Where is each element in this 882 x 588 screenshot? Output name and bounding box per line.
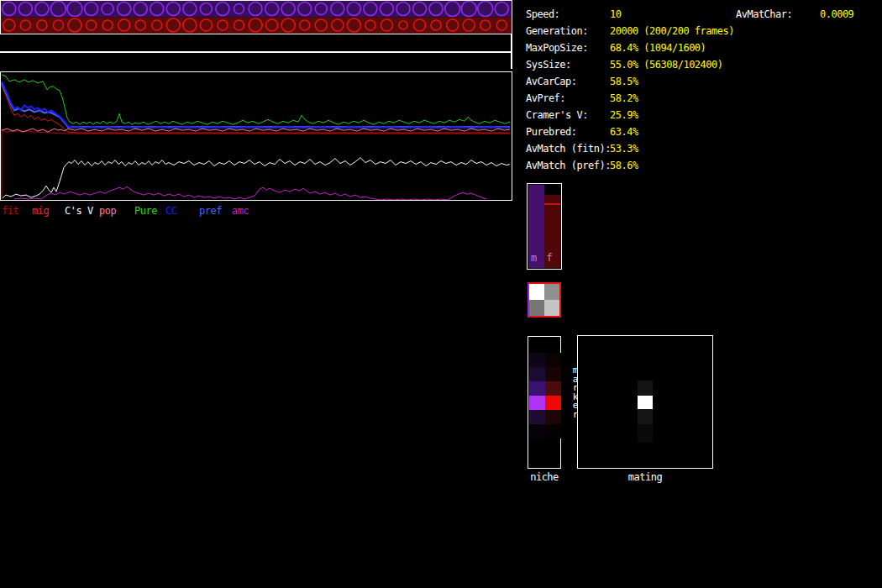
sex-ratio-bar: m f <box>527 183 562 270</box>
population-world-strip <box>0 0 512 34</box>
stat-value: 55.0% (56308/102400) <box>610 59 723 71</box>
niche-caption: niche <box>528 471 561 483</box>
mating-cell <box>638 381 653 396</box>
stat-label: AvMatch (pref): <box>526 160 611 171</box>
niche-cell <box>529 410 545 424</box>
niche-cell <box>529 396 545 410</box>
niche-heatmap <box>528 336 561 469</box>
stat-value: 68.4% (1094/1600) <box>610 42 706 54</box>
niche-cell <box>545 410 561 424</box>
stat-label: Purebred: <box>526 126 577 138</box>
stat-value: 63.4% <box>610 126 638 138</box>
stat-label: AvMatch (fitn): <box>526 143 611 155</box>
sex-bar-label: m f <box>531 252 554 264</box>
niche-cell <box>545 424 561 438</box>
series-line-amc <box>14 186 486 200</box>
niche-cell <box>545 367 561 381</box>
timeseries-chart-canvas <box>1 72 512 200</box>
stat-label: AvMatChar: <box>736 8 792 20</box>
stat-value: 58.2% <box>610 92 638 104</box>
stat-label: AvCarCap: <box>526 76 577 87</box>
series-line-fit <box>2 130 510 199</box>
legend-item-pop: pop <box>99 205 116 217</box>
stat-label: Generation: <box>526 25 588 37</box>
mating-cell <box>638 396 653 409</box>
mating-character-grid <box>528 282 561 318</box>
series-line-csv <box>3 158 510 198</box>
timeseries-chart <box>0 71 512 201</box>
legend-item-cc: CC <box>165 205 176 217</box>
niche-cell <box>529 367 545 381</box>
stat-label: AvPref: <box>526 92 565 104</box>
mating-cell <box>638 424 653 443</box>
grid-cell <box>544 284 559 300</box>
niche-cell <box>545 381 561 396</box>
niche-cell <box>545 353 561 367</box>
mating-cell <box>638 409 653 424</box>
grid-cell <box>544 300 559 316</box>
series-line-pop <box>2 129 510 132</box>
legend-item-pref: pref <box>199 205 222 217</box>
legend-item-csv: C's V <box>65 205 93 217</box>
mating-heatmap <box>577 335 713 469</box>
grid-cell <box>529 284 544 300</box>
series-line-pref <box>2 83 510 127</box>
grid-cell <box>529 300 544 316</box>
niche-cell <box>529 353 545 367</box>
stat-value: 53.3% <box>610 143 638 155</box>
frame-progress-marker <box>511 34 512 69</box>
niche-cell <box>545 396 561 410</box>
stat-value: 25.9% <box>610 109 638 121</box>
stat-label: SysSize: <box>526 59 571 71</box>
stat-value: 58.6% <box>610 160 638 171</box>
niche-cell <box>529 381 545 396</box>
stat-value: 58.5% <box>610 76 638 87</box>
stat-value: 10 <box>610 8 621 20</box>
niche-cell <box>529 424 545 438</box>
stat-value: 0.0009 <box>820 8 853 20</box>
legend-item-amc: amc <box>232 205 249 217</box>
legend-item-pure: Pure <box>134 205 157 217</box>
series-line-mig <box>2 85 510 133</box>
frame-progress-track <box>0 51 512 53</box>
agents-circles-canvas <box>1 1 512 34</box>
stat-label: MaxPopSize: <box>526 42 588 54</box>
legend-item-fit: fit <box>2 205 18 217</box>
stat-value: 20000 (200/200 frames) <box>610 25 734 37</box>
female-level-line <box>544 203 560 205</box>
stat-label: Cramer's V: <box>526 109 588 121</box>
mating-caption: mating <box>577 471 713 483</box>
chart-legend: fitmigC's VpopPureCCprefamc <box>0 205 512 217</box>
series-line-pure <box>2 75 510 124</box>
series-line-cc <box>2 81 510 128</box>
stat-label: Speed: <box>526 8 559 20</box>
legend-item-mig: mig <box>32 205 49 217</box>
